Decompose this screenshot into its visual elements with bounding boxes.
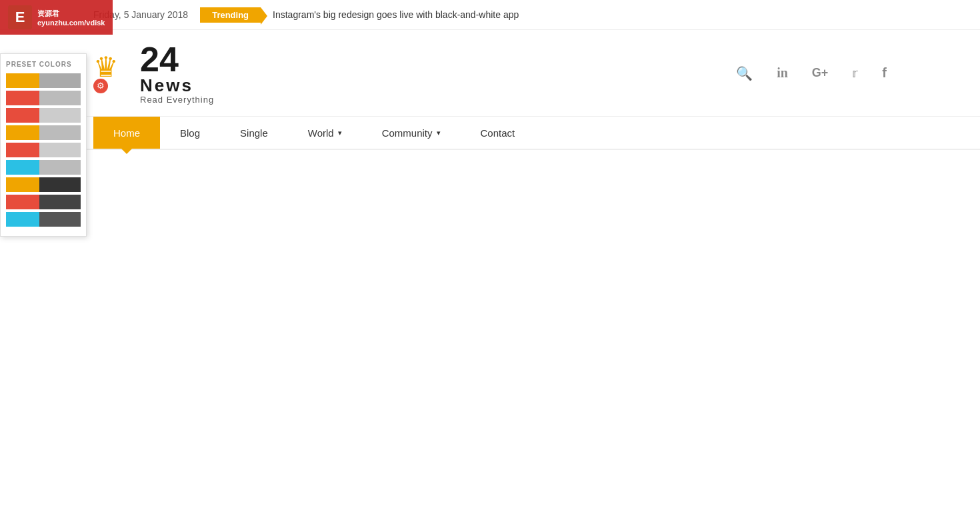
chevron-down-icon: ▾ <box>338 129 342 137</box>
top-bar-content: Friday, 5 January 2018 Trending Instagra… <box>0 7 980 23</box>
color-swatch-row[interactable] <box>6 195 81 209</box>
crown-icon: ♛ <box>93 53 133 81</box>
color-swatch-secondary[interactable] <box>39 195 81 209</box>
nav-label: Home <box>113 127 140 139</box>
color-swatch-row[interactable] <box>6 108 81 123</box>
trending-headline: Instagram's big redesign goes live with … <box>273 9 519 20</box>
top-bar: Friday, 5 January 2018 Trending Instagra… <box>0 0 980 30</box>
nav-label: Contact <box>481 127 515 139</box>
logo-area: ♛ ⚙ 24 News Read Everything <box>93 42 214 104</box>
gear-icon: ⚙ <box>93 79 108 93</box>
logo-news-label: News <box>140 77 214 94</box>
color-swatch-primary[interactable] <box>6 212 39 227</box>
color-swatch-row[interactable] <box>6 143 81 157</box>
color-swatch-primary[interactable] <box>6 195 39 209</box>
nav-label: Blog <box>180 127 200 139</box>
color-swatch-primary[interactable] <box>6 125 39 140</box>
color-swatch-secondary[interactable] <box>39 160 81 175</box>
preset-label: PRESET COLORS <box>6 61 81 68</box>
twitter-icon[interactable]: 𝕣 <box>852 66 858 81</box>
linkedin-icon[interactable]: in <box>777 65 788 81</box>
color-swatch-primary[interactable] <box>6 160 39 175</box>
nav-label: Community <box>382 127 433 139</box>
preset-colors-panel: PRESET COLORS <box>0 53 87 237</box>
facebook-icon[interactable]: f <box>882 65 887 81</box>
swatches-container <box>6 73 81 227</box>
logo-icon: ♛ ⚙ <box>93 53 133 93</box>
trending-badge: Trending <box>200 7 261 23</box>
color-swatch-secondary[interactable] <box>39 125 81 140</box>
color-swatch-row[interactable] <box>6 125 81 140</box>
color-swatch-primary[interactable] <box>6 91 39 105</box>
nav-bar: HomeBlogSingleWorld ▾Community ▾Contact <box>0 117 980 150</box>
nav-item-single[interactable]: Single <box>220 117 288 149</box>
social-icons: 🔍 in G+ 𝕣 f <box>736 65 887 81</box>
nav-item-home[interactable]: Home <box>93 117 160 149</box>
nav-label: Single <box>240 127 268 139</box>
nav-items-container: HomeBlogSingleWorld ▾Community ▾Contact <box>93 117 535 149</box>
logo-text: 24 News Read Everything <box>140 42 214 104</box>
header: ♛ ⚙ 24 News Read Everything 🔍 in G+ 𝕣 f <box>0 30 980 117</box>
nav-item-blog[interactable]: Blog <box>160 117 220 149</box>
color-swatch-row[interactable] <box>6 91 81 105</box>
color-swatch-secondary[interactable] <box>39 212 81 227</box>
color-swatch-primary[interactable] <box>6 108 39 123</box>
color-swatch-primary[interactable] <box>6 73 39 88</box>
color-swatch-secondary[interactable] <box>39 108 81 123</box>
nav-item-contact[interactable]: Contact <box>461 117 535 149</box>
color-swatch-secondary[interactable] <box>39 177 81 192</box>
search-icon[interactable]: 🔍 <box>736 65 753 81</box>
color-swatch-row[interactable] <box>6 177 81 192</box>
logo-number: 24 <box>140 42 214 77</box>
nav-item-world[interactable]: World ▾ <box>288 117 362 149</box>
color-swatch-primary[interactable] <box>6 143 39 157</box>
watermark-text: 资源君 eyunzhu.com/vdisk <box>37 9 105 27</box>
color-swatch-row[interactable] <box>6 160 81 175</box>
color-swatch-secondary[interactable] <box>39 91 81 105</box>
color-swatch-row[interactable] <box>6 73 81 88</box>
nav-item-community[interactable]: Community ▾ <box>362 117 461 149</box>
nav-label: World <box>308 127 334 139</box>
watermark-letter: E <box>8 5 32 29</box>
googleplus-icon[interactable]: G+ <box>812 66 829 80</box>
color-swatch-secondary[interactable] <box>39 73 81 88</box>
color-swatch-row[interactable] <box>6 212 81 227</box>
logo-subtitle: Read Everything <box>140 95 214 104</box>
watermark: E 资源君 eyunzhu.com/vdisk <box>0 0 113 35</box>
color-swatch-primary[interactable] <box>6 177 39 192</box>
chevron-down-icon: ▾ <box>437 129 441 137</box>
color-swatch-secondary[interactable] <box>39 143 81 157</box>
